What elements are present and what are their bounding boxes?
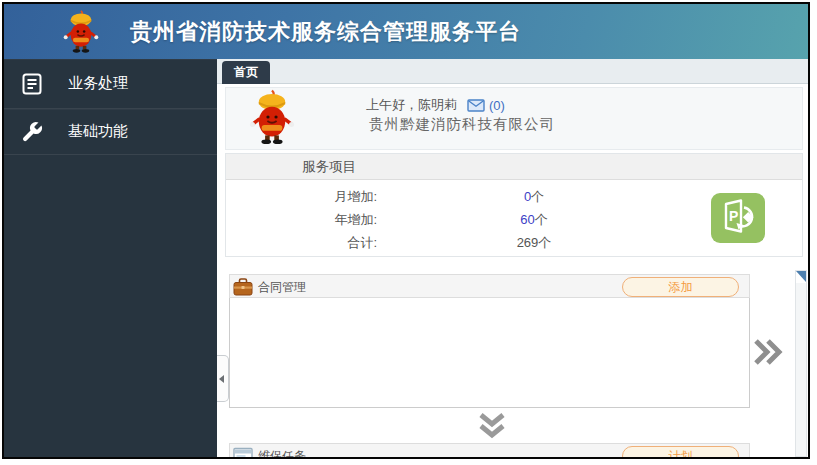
stat-suffix: 个 xyxy=(535,212,548,227)
tab-home[interactable]: 首页 xyxy=(222,61,270,84)
stat-label: 月增加: xyxy=(226,185,377,208)
tab-bar: 首页 xyxy=(217,59,808,84)
maintenance-panel-header: 维保任务 计划 xyxy=(229,443,750,457)
sidebar-collapse-handle[interactable] xyxy=(217,355,229,402)
sidebar-item-business[interactable]: 业务处理 xyxy=(4,59,217,109)
page-title: 贵州省消防技术服务综合管理服务平台 xyxy=(130,4,521,59)
sidebar: 业务处理 基础功能 xyxy=(4,59,217,457)
service-projects-title: 服务项目 xyxy=(226,154,802,180)
sidebar-item-basic[interactable]: 基础功能 xyxy=(4,109,217,155)
fire-mascot-logo-icon xyxy=(63,9,99,54)
sidebar-item-label: 业务处理 xyxy=(68,74,128,93)
stat-label: 年增加: xyxy=(226,208,377,231)
window-icon xyxy=(233,447,253,457)
main-content: 首页 xyxy=(217,59,808,457)
app-header: 贵州省消防技术服务综合管理服务平台 xyxy=(4,4,808,59)
scrollbar-arrow-icon[interactable] xyxy=(796,271,806,283)
maintenance-panel-title: 维保任务 xyxy=(258,444,306,457)
contract-panel-body xyxy=(229,298,750,408)
contract-panel-title: 合同管理 xyxy=(258,275,306,299)
briefcase-icon xyxy=(233,278,253,296)
service-projects-panel: 服务项目 月增加: 0个 年增加: 60个 合计: 269个 P xyxy=(225,153,803,257)
expand-right-icon[interactable] xyxy=(753,337,783,367)
stat-value: 269 xyxy=(517,235,539,250)
welcome-panel: 上午好，陈明莉 (0) 贵州黔建消防科技有限公司 xyxy=(225,87,803,150)
stat-label: 合计: xyxy=(226,231,377,254)
wrench-icon xyxy=(20,120,44,144)
envelope-icon xyxy=(467,99,485,112)
document-icon xyxy=(20,72,44,96)
maintenance-plan-button[interactable]: 计划 xyxy=(622,446,739,457)
stat-suffix: 个 xyxy=(538,235,551,250)
fire-mascot-avatar xyxy=(249,89,295,145)
contract-panel-header: 合同管理 添加 xyxy=(229,274,750,298)
screenshot-stage: 贵州省消防技术服务综合管理服务平台 业务处理 基础功能 xyxy=(0,0,817,465)
expand-down-icon[interactable] xyxy=(478,413,506,439)
company-name: 贵州黔建消防科技有限公司 xyxy=(369,115,555,134)
stat-suffix: 个 xyxy=(531,189,544,204)
app-window: 贵州省消防技术服务综合管理服务平台 业务处理 基础功能 xyxy=(2,2,810,459)
mailbox-link[interactable]: (0) xyxy=(467,98,505,113)
svg-text:P: P xyxy=(729,208,738,224)
project-green-icon[interactable]: P xyxy=(711,193,765,243)
vertical-scrollbar[interactable] xyxy=(795,270,807,457)
mail-count: (0) xyxy=(489,98,505,113)
stat-value: 60 xyxy=(520,212,534,227)
sidebar-item-label: 基础功能 xyxy=(68,122,128,141)
greeting-text: 上午好，陈明莉 xyxy=(366,96,457,114)
contract-add-button[interactable]: 添加 xyxy=(622,277,739,297)
